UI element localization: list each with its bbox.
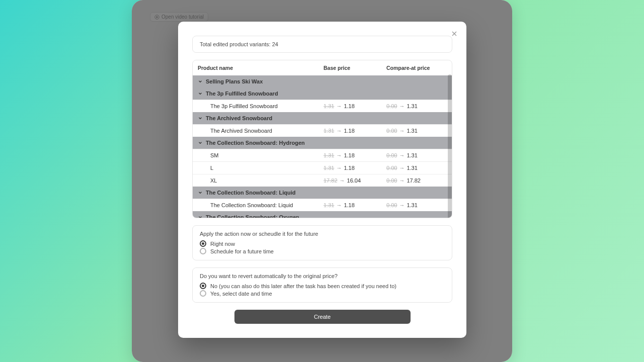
compare-price-change: 0.00→1.31	[386, 165, 418, 171]
table-row: XL17.82→16.040.00→17.82	[193, 174, 452, 187]
apply-now-label: Right now	[210, 241, 235, 247]
revert-yes-label: Yes, select date and time	[210, 291, 272, 297]
table-row: L1.31→1.180.00→1.31	[193, 161, 452, 174]
compare-price-change: 0.00→1.31	[386, 202, 418, 208]
group-title: The Collection Snowboard: Hydrogen	[206, 140, 305, 146]
close-icon	[450, 30, 458, 38]
col-base-price: Base price	[324, 65, 386, 71]
price-edit-modal: Total edited product variants: 24 Produc…	[178, 22, 466, 338]
apply-schedule-option[interactable]: Schedule for a future time	[200, 247, 445, 255]
variant-name: SM	[210, 152, 324, 158]
chevron-down-icon	[198, 140, 203, 145]
revert-card: Do you want to revert automatically to t…	[192, 267, 452, 303]
base-price-change: 1.31→1.18	[324, 103, 355, 109]
group-title: The Archived Snowboard	[206, 115, 272, 121]
table-scrollbar[interactable]	[448, 74, 452, 218]
revert-title: Do you want to revert automatically to t…	[200, 273, 445, 279]
compare-price-change: 0.00→1.31	[386, 103, 418, 109]
group-header[interactable]: The Collection Snowboard: Liquid	[193, 187, 452, 199]
radio-icon	[200, 248, 206, 254]
compare-price-change: 0.00→1.31	[386, 152, 418, 158]
device-frame: Open video tutorial Total edited product…	[132, 0, 512, 362]
apply-title: Apply the action now or scheudle it for …	[200, 231, 445, 237]
apply-now-option[interactable]: Right now	[200, 240, 445, 247]
group-title: The Collection Snowboard: Liquid	[206, 190, 295, 196]
revert-no-option[interactable]: No (you can also do this later after the…	[200, 282, 445, 290]
base-price-change: 1.31→1.18	[324, 202, 355, 208]
close-button[interactable]	[450, 30, 458, 38]
summary-card: Total edited product variants: 24	[192, 36, 452, 53]
group-header[interactable]: The 3p Fulfilled Snowboard	[193, 87, 452, 100]
table-row: SM1.31→1.180.00→1.31	[193, 149, 452, 161]
apply-card: Apply the action now or scheudle it for …	[192, 225, 452, 260]
radio-selected-icon	[200, 240, 206, 247]
variant-name: The Collection Snowboard: Liquid	[210, 202, 324, 208]
variants-table: Product name Base price Compare-at price…	[192, 60, 452, 218]
table-row: The 3p Fulfilled Snowboard1.31→1.180.00→…	[193, 100, 452, 112]
col-product-name: Product name	[198, 65, 324, 71]
group-header[interactable]: The Collection Snowboard: Oxygen	[193, 211, 452, 218]
variant-name: XL	[210, 177, 324, 184]
create-button[interactable]: Create	[234, 310, 411, 324]
summary-text: Total edited product variants: 24	[200, 41, 278, 47]
col-compare-price: Compare-at price	[386, 65, 447, 71]
chevron-down-icon	[198, 190, 203, 195]
variant-name: The 3p Fulfilled Snowboard	[210, 103, 324, 109]
chevron-down-icon	[198, 116, 203, 121]
group-header[interactable]: The Collection Snowboard: Hydrogen	[193, 137, 452, 149]
chevron-down-icon	[198, 79, 203, 84]
radio-icon	[200, 290, 206, 297]
group-title: The Collection Snowboard: Oxygen	[206, 214, 299, 218]
group-header[interactable]: Selling Plans Ski Wax	[193, 75, 452, 87]
chevron-down-icon	[198, 91, 203, 96]
variant-name: L	[210, 165, 324, 171]
revert-yes-option[interactable]: Yes, select date and time	[200, 290, 445, 297]
table-header: Product name Base price Compare-at price	[193, 60, 452, 75]
group-title: The 3p Fulfilled Snowboard	[206, 90, 278, 97]
table-row: The Archived Snowboard1.31→1.180.00→1.31	[193, 124, 452, 137]
table-row: The Collection Snowboard: Liquid1.31→1.1…	[193, 199, 452, 211]
compare-price-change: 0.00→1.31	[386, 128, 418, 134]
compare-price-change: 0.00→17.82	[386, 177, 421, 184]
base-price-change: 1.31→1.18	[324, 152, 355, 158]
variant-name: The Archived Snowboard	[210, 128, 324, 134]
radio-selected-icon	[200, 283, 206, 289]
group-header[interactable]: The Archived Snowboard	[193, 112, 452, 124]
revert-no-label: No (you can also do this later after the…	[210, 283, 396, 289]
apply-schedule-label: Schedule for a future time	[210, 248, 274, 254]
chevron-down-icon	[198, 215, 203, 218]
base-price-change: 1.31→1.18	[324, 165, 355, 171]
group-title: Selling Plans Ski Wax	[206, 78, 263, 84]
base-price-change: 17.82→16.04	[324, 177, 361, 184]
base-price-change: 1.31→1.18	[324, 128, 355, 134]
